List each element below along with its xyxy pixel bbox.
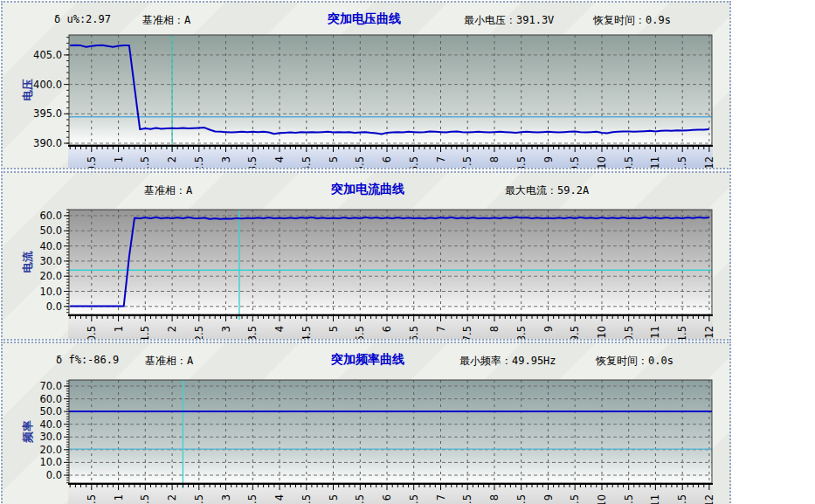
voltage-delta-value: δ u%:2.97: [54, 13, 111, 25]
svg-text:5.5: 5.5: [354, 326, 366, 339]
svg-text:0.0: 0.0: [46, 469, 62, 481]
svg-text:9.5: 9.5: [569, 494, 581, 504]
svg-text:8: 8: [488, 494, 501, 501]
app-window: { "window": {"bg": "#ffffff", "panel_bor…: [0, 0, 815, 504]
svg-text:7: 7: [435, 494, 447, 501]
svg-text:6.5: 6.5: [408, 494, 420, 504]
svg-text:400.0: 400.0: [33, 79, 62, 91]
svg-text:5: 5: [328, 326, 340, 332]
svg-text:6.5: 6.5: [408, 156, 420, 168]
svg-text:9.5: 9.5: [569, 156, 581, 168]
svg-text:2.5: 2.5: [193, 326, 205, 339]
svg-text:5.5: 5.5: [354, 156, 366, 168]
svg-text:2.5: 2.5: [193, 156, 205, 168]
svg-text:8: 8: [488, 156, 501, 162]
svg-text:11.5: 11.5: [676, 156, 688, 168]
svg-text:1.5: 1.5: [139, 326, 151, 339]
svg-text:频率: 频率: [21, 420, 34, 444]
svg-text:1.5: 1.5: [139, 494, 151, 504]
svg-text:50.0: 50.0: [39, 405, 62, 418]
svg-text:50.0: 50.0: [39, 224, 62, 237]
svg-text:9: 9: [542, 494, 555, 501]
svg-text:3: 3: [220, 156, 232, 162]
svg-text:70.0: 70.0: [39, 380, 62, 392]
svg-text:6: 6: [381, 326, 393, 332]
svg-text:0.0: 0.0: [46, 300, 62, 313]
current-chart-title: 突加电流曲线: [331, 182, 404, 197]
svg-text:1: 1: [113, 156, 125, 162]
svg-text:4.5: 4.5: [300, 326, 313, 339]
svg-text:4.5: 4.5: [300, 156, 313, 168]
svg-text:3: 3: [220, 494, 232, 501]
svg-text:0.5: 0.5: [86, 326, 98, 339]
voltage-chart-title: 突加电压曲线: [328, 11, 401, 27]
svg-text:4: 4: [273, 156, 286, 162]
svg-text:4: 4: [273, 494, 286, 501]
frequency-recovery-time: 恢复时间：0.0s: [596, 354, 673, 369]
current-max-value: 最大电流：59.2A: [505, 183, 589, 198]
svg-text:2.5: 2.5: [193, 494, 205, 504]
voltage-panel: 390.0395.0400.0405.00.511.522.533.544.55…: [1, 1, 731, 169]
voltage-header: δ u%:2.97 基准相：A 突加电压曲线 最小电压：391.3V 恢复时间：…: [3, 3, 729, 32]
svg-text:40.0: 40.0: [39, 418, 62, 431]
svg-text:3.5: 3.5: [246, 156, 259, 168]
svg-text:11: 11: [649, 494, 661, 504]
svg-text:60.0: 60.0: [39, 210, 62, 222]
svg-text:20.0: 20.0: [39, 270, 62, 282]
svg-text:4: 4: [273, 326, 286, 332]
svg-text:6.5: 6.5: [408, 326, 420, 339]
svg-text:10.5: 10.5: [623, 156, 635, 168]
svg-text:395.0: 395.0: [33, 107, 62, 120]
voltage-ref-phase: 基准相：A: [142, 13, 190, 28]
svg-text:20.0: 20.0: [39, 444, 62, 456]
svg-text:10.5: 10.5: [623, 326, 635, 339]
svg-text:4.5: 4.5: [300, 494, 313, 504]
svg-text:电流: 电流: [21, 251, 34, 273]
svg-text:2: 2: [166, 326, 178, 332]
voltage-min-value: 最小电压：391.3V: [464, 13, 554, 28]
svg-text:11: 11: [649, 326, 661, 339]
frequency-chart-title: 突加频率曲线: [331, 352, 404, 368]
svg-text:7: 7: [435, 326, 447, 332]
svg-text:8: 8: [488, 326, 501, 332]
current-header: 基准相：A 突加电流曲线 最大电流：59.2A: [3, 173, 729, 203]
svg-text:10: 10: [596, 156, 608, 168]
svg-text:0.5: 0.5: [86, 156, 98, 168]
svg-text:1.5: 1.5: [139, 156, 151, 168]
svg-text:11.5: 11.5: [676, 494, 688, 504]
svg-text:5: 5: [328, 156, 340, 162]
svg-text:0.5: 0.5: [86, 494, 98, 504]
svg-text:6: 6: [381, 494, 393, 501]
svg-text:11: 11: [649, 156, 661, 168]
frequency-ref-phase: 基准相：A: [145, 354, 193, 369]
svg-text:11.5: 11.5: [676, 326, 688, 339]
svg-text:7.5: 7.5: [461, 494, 473, 504]
frequency-header: δ f%:-86.9 基准相：A 突加频率曲线 最小频率：49.95Hz 恢复时…: [3, 343, 729, 373]
svg-text:7.5: 7.5: [461, 326, 473, 339]
svg-text:5.5: 5.5: [354, 494, 366, 504]
svg-text:3.5: 3.5: [246, 326, 259, 339]
frequency-min-value: 最小频率：49.95Hz: [459, 354, 556, 369]
svg-text:10: 10: [596, 326, 608, 339]
svg-text:1: 1: [113, 494, 125, 501]
svg-text:10.0: 10.0: [39, 456, 62, 468]
svg-text:9: 9: [542, 326, 555, 332]
svg-text:6: 6: [381, 156, 393, 162]
svg-text:40.0: 40.0: [39, 240, 62, 252]
svg-text:8.5: 8.5: [515, 494, 528, 504]
svg-text:7.5: 7.5: [461, 156, 473, 168]
svg-text:9.5: 9.5: [569, 326, 581, 339]
svg-text:电压: 电压: [21, 79, 34, 101]
svg-text:60.0: 60.0: [39, 393, 62, 405]
svg-text:7: 7: [435, 156, 447, 162]
current-panel: 0.010.020.030.040.050.060.00.511.522.533…: [1, 171, 731, 341]
svg-text:2: 2: [166, 494, 178, 501]
svg-text:10.0: 10.0: [39, 286, 62, 298]
svg-text:12: 12: [703, 326, 715, 339]
svg-text:10: 10: [596, 494, 608, 504]
svg-text:8.5: 8.5: [515, 156, 528, 168]
svg-text:2: 2: [166, 156, 178, 162]
frequency-panel: 0.010.020.030.040.050.060.070.00.511.522…: [1, 342, 731, 504]
svg-text:9: 9: [542, 156, 555, 162]
svg-text:12: 12: [703, 156, 715, 168]
